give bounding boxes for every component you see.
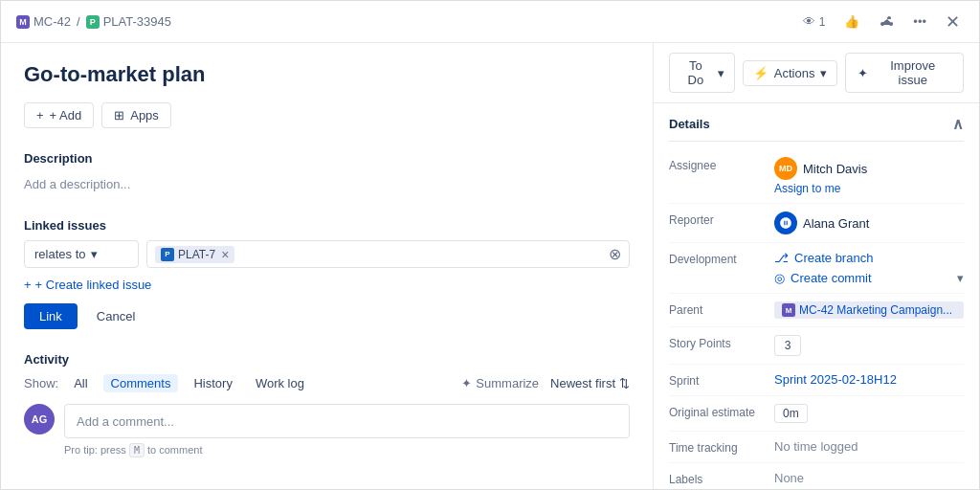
comment-area: AG Add a comment... <box>24 404 630 438</box>
time-tracking-label: Time tracking <box>669 439 774 455</box>
original-estimate-value: 0m <box>774 404 964 423</box>
todo-button[interactable]: To Do ▾ <box>669 53 735 93</box>
sort-icon: ⇅ <box>619 376 630 390</box>
top-bar: M MC-42 / P PLAT-33945 👁 1 👍 <box>1 1 979 43</box>
lightning-icon: ⚡ <box>753 66 768 80</box>
chevron-down-icon: ▾ <box>718 66 724 80</box>
create-linked-icon: + <box>24 278 32 292</box>
pro-tip: Pro tip: press M to comment <box>24 444 630 456</box>
apps-button[interactable]: ⊞ Apps <box>101 102 171 128</box>
assign-to-me-link[interactable]: Assign to me <box>774 182 964 195</box>
linked-issues-section: Linked issues relates to ▾ P PLAT-7 × ⊗ <box>24 218 630 329</box>
issue-tag: P PLAT-7 × <box>155 246 234 263</box>
todo-label: To Do <box>679 58 712 87</box>
story-points-box[interactable]: 3 <box>774 335 801 356</box>
thumbsup-icon: 👍 <box>844 14 859 29</box>
development-value: ⎇ Create branch ◎ Create commit ▾ <box>774 251 964 285</box>
share-button[interactable] <box>875 9 898 34</box>
left-panel: Go-to-market plan + + Add ⊞ Apps Descrip… <box>1 43 654 489</box>
story-points-row: Story Points 3 <box>669 327 964 365</box>
story-points-label: Story Points <box>669 335 774 350</box>
newest-first-button[interactable]: Newest first ⇅ <box>550 376 630 390</box>
parent-row: Parent M MC-42 Marketing Campaign... <box>669 294 964 327</box>
apps-label: Apps <box>130 108 159 122</box>
activity-section: Activity Show: All Comments History Work… <box>24 352 630 456</box>
chevron-down-icon: ▾ <box>820 66 827 80</box>
close-icon: ✕ <box>946 12 960 32</box>
show-label: Show: <box>24 376 58 390</box>
mc42-icon: M <box>16 15 30 29</box>
filter-history-button[interactable]: History <box>186 374 239 392</box>
collapse-button[interactable]: ∧ <box>952 115 964 133</box>
add-label: + Add <box>50 108 82 122</box>
sprint-row: Sprint Sprint 2025-02-18H12 <box>669 365 964 396</box>
link-actions: Link Cancel <box>24 303 630 329</box>
assignee-info: MD Mitch Davis <box>774 157 964 180</box>
dev-links: ⎇ Create branch ◎ Create commit ▾ <box>774 251 964 285</box>
description-placeholder[interactable]: Add a description... <box>24 173 630 195</box>
activity-show: Show: All Comments History Work log <box>24 374 312 392</box>
sparkle-icon: ✦ <box>461 376 472 390</box>
create-commit-link[interactable]: ◎ Create commit <box>774 271 872 285</box>
create-commit-row: ◎ Create commit ▾ <box>774 271 964 285</box>
improve-button[interactable]: ✦ Improve issue <box>845 53 964 93</box>
details-title: Details <box>669 117 710 131</box>
issue-tag-label: PLAT-7 <box>178 248 215 261</box>
issue-title: Go-to-market plan <box>24 62 630 87</box>
linked-issues-row: relates to ▾ P PLAT-7 × ⊗ <box>24 240 630 268</box>
filter-worklog-button[interactable]: Work log <box>248 374 312 392</box>
sprint-link[interactable]: Sprint 2025-02-18H12 <box>774 372 897 387</box>
linked-issues-input[interactable]: P PLAT-7 × ⊗ <box>146 240 630 268</box>
activity-title: Activity <box>24 352 630 367</box>
breadcrumb-item-mc42[interactable]: M MC-42 <box>16 14 71 29</box>
comment-placeholder: Add a comment... <box>77 414 174 429</box>
description-section: Description Add a description... <box>24 151 630 195</box>
filter-comments-button[interactable]: Comments <box>103 374 179 392</box>
breadcrumb-item-plat[interactable]: P PLAT-33945 <box>86 14 171 29</box>
watch-button[interactable]: 👁 1 <box>799 11 830 33</box>
filter-all-button[interactable]: All <box>66 374 95 392</box>
link-button[interactable]: Link <box>24 303 78 329</box>
eye-icon: 👁 <box>803 14 815 29</box>
cancel-button[interactable]: Cancel <box>85 303 146 329</box>
estimate-box[interactable]: 0m <box>774 404 808 423</box>
chevron-down-icon[interactable]: ▾ <box>957 271 964 285</box>
assignee-row: Assignee MD Mitch Davis Assign to me <box>669 149 964 204</box>
details-header: Details ∧ <box>669 103 964 142</box>
summarize-label: Summarize <box>476 376 539 390</box>
sparkle-icon: ✦ <box>858 66 868 80</box>
apps-icon: ⊞ <box>114 108 124 122</box>
thumbsup-button[interactable]: 👍 <box>840 11 863 33</box>
create-linked-label: + Create linked issue <box>35 278 152 292</box>
assignee-avatar: MD <box>774 157 797 180</box>
right-panel: To Do ▾ ⚡ Actions ▾ ✦ Improve issue Deta… <box>654 43 979 489</box>
tag-remove-button[interactable]: × <box>221 248 229 261</box>
actions-button[interactable]: ⚡ Actions ▾ <box>743 60 838 86</box>
original-estimate-label: Original estimate <box>669 404 774 419</box>
more-button[interactable]: ••• <box>909 11 930 33</box>
relates-to-select[interactable]: relates to ▾ <box>24 240 139 268</box>
summarize-button[interactable]: ✦ Summarize <box>461 376 539 390</box>
relates-to-label: relates to <box>34 247 85 261</box>
reporter-info: Alana Grant <box>774 212 964 234</box>
clear-input-button[interactable]: ⊗ <box>609 245 621 263</box>
create-linked-issue-button[interactable]: + + Create linked issue <box>24 278 630 292</box>
details-panel: Details ∧ Assignee MD Mitch Davis Assign… <box>654 103 979 489</box>
reporter-value: Alana Grant <box>774 212 964 234</box>
time-tracking-value: No time logged <box>774 439 964 454</box>
toolbar: + + Add ⊞ Apps <box>24 102 630 128</box>
comment-input[interactable]: Add a comment... <box>64 404 630 438</box>
parent-tag[interactable]: M MC-42 Marketing Campaign... <box>774 301 964 319</box>
hotkey: M <box>129 443 145 457</box>
parent-label: Parent <box>669 301 774 317</box>
add-button[interactable]: + + Add <box>24 102 94 128</box>
reporter-avatar <box>774 212 797 234</box>
commit-icon: ◎ <box>774 271 785 285</box>
close-button[interactable]: ✕ <box>942 10 964 34</box>
linked-issues-title: Linked issues <box>24 218 630 233</box>
status-bar: To Do ▾ ⚡ Actions ▾ ✦ Improve issue <box>654 43 979 103</box>
breadcrumb-plat-label: PLAT-33945 <box>103 14 171 29</box>
watch-count: 1 <box>819 15 826 29</box>
create-branch-link[interactable]: ⎇ Create branch <box>774 251 964 265</box>
plat-icon: P <box>86 15 100 29</box>
